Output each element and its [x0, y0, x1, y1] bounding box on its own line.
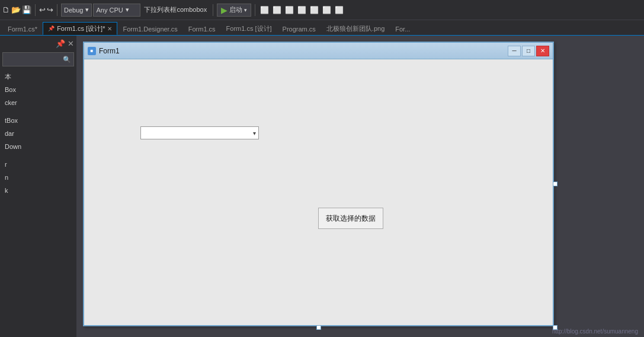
tab-label-form1-designer: Form1.Designer.cs: [123, 26, 177, 33]
redo-icon[interactable]: ↪: [47, 5, 53, 14]
form-window: ■ Form1 ─ □ ✕: [83, 42, 554, 326]
sidebar-item-9[interactable]: k: [0, 184, 76, 197]
form-maximize-btn[interactable]: □: [522, 46, 535, 56]
form-close-btn[interactable]: ✕: [536, 46, 549, 56]
canvas-area[interactable]: ■ Form1 ─ □ ✕: [77, 36, 644, 337]
sidebar-item-1[interactable]: Box: [0, 83, 76, 96]
sidebar-item-2[interactable]: cker: [0, 96, 76, 109]
tab-image[interactable]: 北极狼创新团队.png: [321, 22, 390, 35]
tab-label-form1-cs: Form1.cs*: [8, 26, 37, 33]
toolbar-separator-1: [35, 4, 36, 16]
start-button[interactable]: ▶ 启动 ▾: [217, 4, 251, 17]
tab-close-icon[interactable]: ✕: [107, 26, 112, 32]
sidebar-close-icon[interactable]: ✕: [68, 39, 74, 48]
watermark-text: http://blog.csdn.net/sumuanneng: [552, 328, 638, 335]
resize-handle-right[interactable]: [553, 182, 558, 186]
tab-label-more: For...: [395, 26, 410, 33]
debug-arrow: ▾: [85, 6, 89, 14]
search-icon: 🔍: [63, 56, 71, 63]
sidebar-item-8[interactable]: n: [0, 171, 76, 184]
form-get-data-button[interactable]: 获取选择的数据: [318, 208, 383, 229]
cpu-dropdown[interactable]: Any CPU ▾: [93, 4, 140, 17]
tab-program-cs[interactable]: Program.cs: [277, 22, 321, 35]
debug-dropdown[interactable]: Debug ▾: [61, 4, 92, 17]
form-titlebar: ■ Form1 ─ □ ✕: [84, 43, 553, 59]
undo-icon[interactable]: ↩: [39, 5, 46, 14]
form-title: Form1: [99, 47, 508, 55]
toolbar-icon-4[interactable]: ⬜: [297, 6, 306, 14]
form-combobox[interactable]: ▾: [140, 126, 259, 139]
form-controls: ─ □ ✕: [508, 46, 549, 56]
tab-more[interactable]: For...: [390, 22, 415, 35]
sidebar-search-box[interactable]: 🔍: [2, 52, 74, 66]
watermark: http://blog.csdn.net/sumuanneng: [552, 328, 638, 335]
sidebar-item-6[interactable]: Down: [0, 140, 76, 153]
debug-label: Debug: [64, 7, 83, 14]
sidebar-item-7[interactable]: r: [0, 158, 76, 171]
start-label: 启动: [229, 5, 242, 14]
tab-label-program-cs: Program.cs: [283, 26, 316, 33]
form-app-icon: ■: [88, 47, 96, 55]
tabbar: Form1.cs* 📌 Form1.cs [设计]* ✕ Form1.Desig…: [0, 20, 644, 36]
sidebar-item-0[interactable]: 本: [0, 70, 76, 83]
toolbar-icon-6[interactable]: ⬜: [322, 6, 331, 14]
sidebar: 📌 ✕ 🔍 本 Box cker tBox dar Down: [0, 36, 77, 337]
tab-pin-icon[interactable]: 📌: [48, 26, 55, 31]
toolbar-icons: 🗋 📂 💾: [2, 5, 31, 14]
toolbar-icon-1[interactable]: ⬜: [260, 6, 269, 14]
sidebar-search-input[interactable]: [5, 56, 63, 63]
resize-handle-bottom[interactable]: [316, 325, 321, 330]
form-body[interactable]: ▾ 获取选择的数据: [84, 59, 553, 325]
tab-label-form1-design2: Form1.cs [设计]: [226, 24, 272, 33]
toolbar-separator-3: [213, 4, 213, 16]
sidebar-header: 📌 ✕: [0, 36, 76, 51]
save-icon[interactable]: 💾: [22, 5, 31, 14]
start-arrow: ▾: [244, 7, 247, 13]
toolbar-separator-4: [255, 4, 255, 16]
sidebar-pin-icon[interactable]: 📌: [56, 39, 65, 48]
tab-form1-cs2[interactable]: Form1.cs: [183, 22, 221, 35]
toolbar-icon-2[interactable]: ⬜: [273, 6, 281, 14]
open-icon[interactable]: 📂: [11, 5, 21, 14]
combobox-toolbar-label: 下拉列表框combobox: [144, 5, 207, 14]
tab-form1-designer[interactable]: Form1.Designer.cs: [117, 22, 182, 35]
tab-form1-cs[interactable]: Form1.cs*: [2, 22, 43, 35]
tab-form1-design[interactable]: 📌 Form1.cs [设计]* ✕: [43, 22, 117, 35]
form-minimize-btn[interactable]: ─: [508, 46, 521, 56]
play-icon: ▶: [221, 5, 228, 15]
toolbar-separator-2: [57, 4, 57, 16]
cpu-label: Any CPU: [96, 7, 123, 14]
combobox-arrow-icon[interactable]: ▾: [253, 130, 256, 136]
sidebar-items: 本 Box cker tBox dar Down r n: [0, 68, 76, 337]
form-button-label: 获取选择的数据: [326, 214, 376, 224]
tab-form1-design2[interactable]: Form1.cs [设计]: [221, 22, 277, 35]
toolbar-icon-3[interactable]: ⬜: [285, 6, 294, 14]
sidebar-item-4[interactable]: tBox: [0, 114, 76, 127]
toolbar-icon-7[interactable]: ⬜: [335, 6, 344, 14]
new-icon[interactable]: 🗋: [2, 5, 10, 14]
tab-label-form1-design: Form1.cs [设计]*: [57, 24, 105, 33]
tab-label-image: 北极狼创新团队.png: [326, 24, 385, 33]
tab-label-form1-cs2: Form1.cs: [188, 26, 216, 33]
cpu-arrow: ▾: [126, 6, 129, 14]
main-area: 📌 ✕ 🔍 本 Box cker tBox dar Down: [0, 36, 644, 337]
toolbar: 🗋 📂 💾 ↩ ↪ Debug ▾ Any CPU ▾ 下拉列表框combobo…: [0, 0, 644, 20]
toolbar-icon-5[interactable]: ⬜: [310, 6, 319, 14]
sidebar-item-5[interactable]: dar: [0, 127, 76, 140]
